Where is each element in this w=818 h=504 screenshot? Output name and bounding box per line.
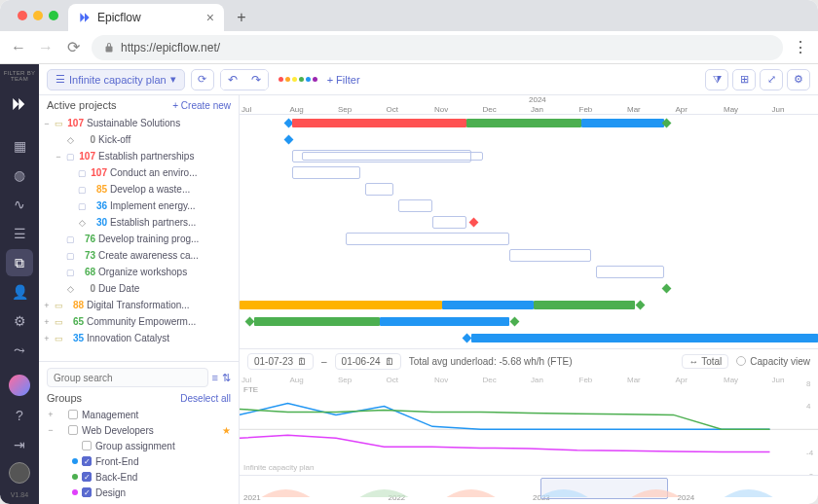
tree-row[interactable]: +▭65Community Empowerm...	[39, 313, 239, 330]
nav-grid-icon[interactable]: ▦	[6, 132, 33, 160]
tree-row[interactable]: +▭35Innovation Catalyst	[39, 330, 239, 346]
capacity-plan-dropdown[interactable]: ☰ Infinite capacity plan ▾	[47, 69, 185, 90]
nav-flow-icon[interactable]: ⤳	[6, 337, 33, 364]
milestone-diamond-icon[interactable]	[510, 317, 520, 327]
logout-icon[interactable]: ⇥	[6, 431, 33, 458]
gantt-row[interactable]	[240, 198, 818, 214]
tree-row[interactable]: ◇30Establish partners...	[39, 214, 239, 231]
gantt-bar-outline[interactable]	[346, 233, 509, 245]
gantt-bar[interactable]	[380, 317, 510, 326]
group-row[interactable]: −Web Developers★	[39, 422, 239, 438]
group-checkbox[interactable]	[82, 441, 92, 450]
gantt-row[interactable]	[240, 297, 818, 313]
create-new-button[interactable]: + Create new	[172, 100, 231, 111]
gantt-row[interactable]	[240, 115, 818, 131]
tree-row[interactable]: −▭107Sustainable Solutions	[39, 115, 239, 131]
milestone-diamond-icon[interactable]	[469, 218, 479, 228]
tree-row[interactable]: +▭88Digital Transformation...	[39, 297, 239, 313]
tree-row[interactable]: ▢76Develop training prog...	[39, 231, 239, 247]
milestone-diamond-icon[interactable]	[283, 135, 293, 145]
total-toggle[interactable]: ↔ Total	[682, 354, 728, 369]
minimize-window-icon[interactable]	[33, 11, 43, 20]
milestone-diamond-icon[interactable]	[635, 301, 645, 310]
capacity-view-toggle[interactable]: Capacity view	[736, 356, 810, 367]
forward-button[interactable]: →	[37, 39, 55, 56]
gantt-bar-outline[interactable]	[509, 249, 591, 262]
undo-button[interactable]: ↶	[221, 70, 244, 90]
tree-row[interactable]: ▢73Create awareness ca...	[39, 247, 239, 264]
help-icon[interactable]: ?	[6, 402, 33, 429]
gantt-bar[interactable]	[254, 317, 380, 326]
gantt-bar[interactable]	[534, 301, 635, 309]
nav-pulse-icon[interactable]: ∿	[6, 191, 33, 218]
tree-row[interactable]: ◇0Due Date	[39, 280, 239, 297]
gantt-bar-outline[interactable]	[596, 266, 663, 278]
funnel-button[interactable]: ⧩	[705, 69, 728, 90]
maximize-window-icon[interactable]	[49, 11, 58, 20]
tree-toggle-icon[interactable]: +	[43, 301, 51, 310]
back-button[interactable]: ←	[10, 39, 27, 56]
gantt-bar-outline[interactable]	[365, 183, 394, 196]
browser-menu-button[interactable]: ⋮	[793, 38, 808, 56]
group-row[interactable]: ✓Front-End	[39, 453, 239, 469]
tree-toggle-icon[interactable]: −	[43, 119, 51, 128]
gantt-bar-outline[interactable]	[432, 216, 466, 229]
tree-toggle-icon[interactable]: −	[55, 152, 62, 162]
gantt-bar[interactable]	[466, 119, 582, 127]
group-toggle-icon[interactable]: +	[47, 410, 55, 419]
refresh-button[interactable]: ⟳	[191, 69, 214, 90]
gantt-row[interactable]	[240, 148, 818, 164]
tree-row[interactable]: −▢107Establish partnerships	[39, 148, 239, 164]
nav-globe-icon[interactable]: ◍	[6, 162, 33, 189]
gantt-bar[interactable]	[471, 334, 818, 342]
gantt-bar-outline[interactable]	[292, 166, 359, 179]
group-checkbox[interactable]: ✓	[82, 472, 92, 482]
gantt-row[interactable]	[240, 280, 818, 297]
group-row[interactable]: ✓Design	[39, 485, 239, 500]
gantt-row[interactable]	[240, 181, 818, 198]
nav-user-icon[interactable]: 👤	[6, 278, 33, 306]
redo-button[interactable]: ↷	[244, 70, 268, 90]
tree-row[interactable]: ▢36Implement energy...	[39, 198, 239, 214]
sort-icon[interactable]: ≡	[212, 372, 218, 384]
reload-button[interactable]: ⟳	[64, 39, 82, 56]
gantt-body[interactable]	[240, 115, 818, 348]
tree-row[interactable]: ▢85Develop a waste...	[39, 181, 239, 198]
tree-row[interactable]: ▢68Organize workshops	[39, 264, 239, 280]
group-checkbox[interactable]	[68, 410, 78, 419]
gantt-bar-outline[interactable]	[302, 152, 483, 161]
nav-list-icon[interactable]: ☰	[6, 220, 33, 247]
group-search-input[interactable]	[47, 368, 208, 387]
expand-button[interactable]: ⤢	[760, 69, 783, 90]
user-avatar-2[interactable]	[9, 462, 30, 484]
close-window-icon[interactable]	[18, 11, 27, 20]
group-row[interactable]: +Management	[39, 407, 239, 422]
gantt-bar[interactable]	[442, 301, 534, 309]
gantt-row[interactable]	[240, 313, 818, 330]
group-checkbox[interactable]: ✓	[82, 487, 92, 497]
close-tab-icon[interactable]: ×	[206, 10, 214, 25]
star-icon[interactable]: ★	[222, 425, 231, 436]
gantt-row[interactable]	[240, 247, 818, 264]
user-avatar-1[interactable]	[9, 375, 30, 396]
milestone-diamond-icon[interactable]	[462, 334, 471, 343]
nav-settings-icon[interactable]: ⚙	[6, 307, 33, 335]
gantt-bar[interactable]	[292, 119, 465, 127]
group-checkbox[interactable]	[68, 425, 78, 435]
tree-row[interactable]: ▢107Conduct an enviro...	[39, 164, 239, 181]
tree-toggle-icon[interactable]: +	[43, 334, 51, 343]
group-checkbox[interactable]: ✓	[82, 456, 92, 466]
address-bar[interactable]: https://epicflow.net/	[92, 35, 783, 60]
group-toggle-icon[interactable]: −	[47, 425, 55, 435]
gear-button[interactable]: ⚙	[787, 69, 810, 90]
people-icon[interactable]: ⇅	[222, 372, 231, 384]
milestone-diamond-icon[interactable]	[662, 284, 672, 294]
columns-button[interactable]: ⊞	[732, 69, 756, 90]
browser-tab[interactable]: Epicflow ×	[68, 4, 224, 31]
gantt-bar[interactable]	[581, 119, 663, 127]
deselect-all-button[interactable]: Deselect all	[180, 393, 231, 404]
gantt-row[interactable]	[240, 231, 818, 247]
new-tab-button[interactable]: +	[230, 6, 253, 29]
app-logo-icon[interactable]	[11, 95, 28, 117]
gantt-row[interactable]	[240, 264, 818, 280]
